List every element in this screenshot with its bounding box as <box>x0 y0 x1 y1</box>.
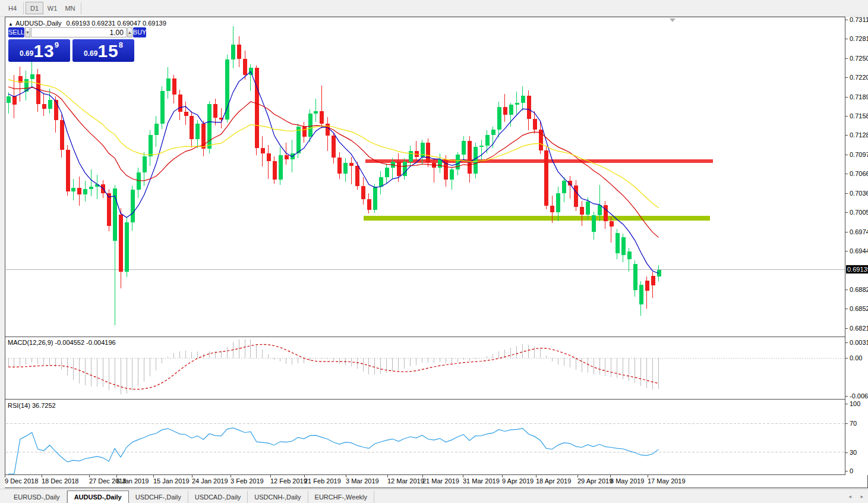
price-axis-tick <box>845 39 848 39</box>
date-axis-label: 18 Dec 2018 <box>42 477 78 485</box>
date-axis[interactable]: 9 Dec 201818 Dec 201827 Dec 20186 Jan 20… <box>5 475 845 488</box>
date-axis-label: 29 Apr 2019 <box>577 477 613 485</box>
macd-axis-tick <box>845 342 848 343</box>
price-axis-label: 0.72810 <box>850 35 868 42</box>
price-axis-tick <box>845 20 848 20</box>
tab-scroll-right-icon[interactable]: ▸ <box>860 493 863 499</box>
price-axis-tick <box>845 232 848 232</box>
timeframe-button-mn[interactable]: MN <box>61 2 79 14</box>
tab-scroll-left-icon[interactable]: ◂ <box>848 493 851 499</box>
date-axis-label: 6 Jan 2019 <box>116 477 149 485</box>
symbol-tab-eurusd[interactable]: EURUSD-,Daily <box>7 491 67 503</box>
price-axis-label: 0.69440 <box>850 247 868 254</box>
price-axis-tick <box>845 116 848 117</box>
buy-button[interactable]: BUY <box>133 27 147 37</box>
tabs-holder: EURUSD-,DailyAUDUSD-,DailyUSDCHF-,DailyU… <box>7 491 374 501</box>
price-axis-label: 0.68520 <box>850 305 868 312</box>
sell-price-panel[interactable]: 0.69 13 9 <box>8 39 70 62</box>
macd-axis-tick <box>845 396 848 397</box>
sell-price-base: 0.69 <box>20 49 33 58</box>
date-axis-label: 18 Apr 2019 <box>536 477 571 485</box>
symbol-tab-bar: EURUSD-,DailyAUDUSD-,DailyUSDCHF-,DailyU… <box>0 489 868 503</box>
rsi-axis-tick <box>845 471 848 471</box>
pane-divider-macd[interactable] <box>5 337 868 337</box>
price-axis-label: 0.73115 <box>850 16 868 23</box>
rsi-label: RSI(14) 36.7252 <box>8 402 56 409</box>
price-axis-tick <box>845 58 848 59</box>
volume-input[interactable] <box>31 27 127 37</box>
price-axis-label: 0.70970 <box>850 151 868 158</box>
price-axis-label: 0.71890 <box>850 93 868 100</box>
price-axis-tick <box>845 135 848 136</box>
rsi-axis-label: 100 <box>850 400 860 407</box>
timeframe-button-w1[interactable]: W1 <box>43 2 61 14</box>
rsi-axis-tick <box>845 423 848 424</box>
price-axis-label: 0.72505 <box>850 55 868 62</box>
macd-pane-canvas[interactable] <box>0 338 845 399</box>
macd-axis-label: -0.006317 <box>850 392 868 400</box>
date-axis-label: 3 Mar 2019 <box>346 477 379 485</box>
collapse-arrow-icon[interactable]: ▲ <box>8 21 13 27</box>
price-axis-label: 0.71585 <box>850 112 868 120</box>
price-axis-label: 0.68210 <box>850 325 868 332</box>
date-axis-label: 3 Feb 2019 <box>231 477 264 485</box>
price-axis-label: 0.68825 <box>850 286 868 293</box>
timeframe-button-d1[interactable]: D1 <box>26 2 43 14</box>
price-axis-label: 0.70360 <box>850 190 868 197</box>
rsi-pane-canvas[interactable] <box>0 400 845 474</box>
sell-price-pips: 13 <box>33 42 54 60</box>
buy-price-panel[interactable]: 0.69 15 8 <box>72 39 134 62</box>
buy-price-base: 0.69 <box>84 49 97 58</box>
price-axis-tick <box>845 77 848 78</box>
price-axis-label: 0.71280 <box>850 131 868 139</box>
sell-price-point: 9 <box>55 40 59 49</box>
toolbar-separator <box>81 2 81 14</box>
date-axis-label: 21 Mar 2019 <box>422 477 459 485</box>
date-axis-label: 15 Jan 2019 <box>153 477 190 485</box>
volume-increase-icon[interactable]: ▲ <box>127 27 132 37</box>
price-axis-tick <box>845 328 848 329</box>
chart-ohlc-quotes: 0.69193 0.69231 0.69047 0.69139 <box>67 20 166 27</box>
chart-symbol-label: AUDUSD-,Daily <box>15 20 62 27</box>
symbol-tab-eurchf[interactable]: EURCHF-,Weekly <box>308 491 374 503</box>
price-axis-label: 0.70050 <box>850 209 868 216</box>
current-price-badge: 0.69139 <box>846 265 868 273</box>
rsi-axis-tick <box>845 452 848 453</box>
rsi-axis-label: 30 <box>850 449 857 456</box>
one-click-trading-widget: SELL ▼ ▲ BUY 0.69 13 9 0.69 15 8 <box>8 27 134 62</box>
buy-price-point: 8 <box>119 40 123 49</box>
price-axis-tick <box>845 193 848 194</box>
date-axis-label: 9 Dec 2018 <box>5 477 38 485</box>
price-axis-label: 0.70665 <box>850 170 868 177</box>
price-axis-tick <box>845 290 848 290</box>
chart-title: ▲AUDUSD-,Daily0.69193 0.69231 0.69047 0.… <box>8 20 166 27</box>
volume-decrease-icon[interactable]: ▼ <box>25 27 30 37</box>
date-axis-label: 9 Apr 2019 <box>502 477 534 485</box>
timeframe-button-h4[interactable]: H4 <box>4 2 21 14</box>
rsi-axis-tick <box>845 404 848 404</box>
date-axis-label: 12 Feb 2019 <box>270 477 307 485</box>
price-pane-canvas[interactable] <box>0 17 845 337</box>
date-axis-label: 12 Mar 2019 <box>387 477 424 485</box>
symbol-tab-usdcnh[interactable]: USDCNH-,Daily <box>248 491 308 503</box>
symbol-tab-usdchf[interactable]: USDCHF-,Daily <box>129 491 188 503</box>
symbol-tab-usdcad[interactable]: USDCAD-,Daily <box>188 491 248 503</box>
macd-axis-label: 0.003164 <box>850 339 868 346</box>
price-axis-tick <box>845 309 848 309</box>
buy-price-pips: 15 <box>97 42 118 60</box>
macd-axis-tick <box>845 358 848 359</box>
macd-axis-label: 0.00 <box>850 354 862 361</box>
date-axis-label: 31 Mar 2019 <box>463 477 500 485</box>
price-axis-tick <box>845 155 848 155</box>
date-axis-label: 17 May 2019 <box>648 477 686 485</box>
timeframe-toolbar: H4D1W1MN <box>0 0 868 17</box>
chart-shift-marker-icon[interactable] <box>670 18 676 22</box>
symbol-tab-audusd[interactable]: AUDUSD-,Daily <box>67 491 129 503</box>
rsi-axis-label: 70 <box>850 420 857 427</box>
pane-divider-rsi[interactable] <box>5 399 868 400</box>
price-axis[interactable]: 0.731150.728100.725050.722000.718900.715… <box>845 17 868 475</box>
rsi-axis-label: 0 <box>850 467 853 474</box>
price-axis-tick <box>845 212 848 213</box>
price-axis-tick <box>845 174 848 174</box>
sell-button[interactable]: SELL <box>8 27 24 37</box>
